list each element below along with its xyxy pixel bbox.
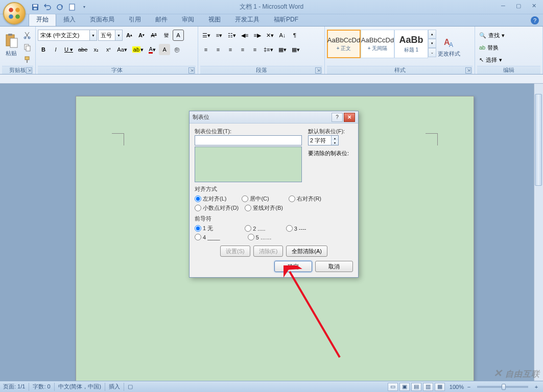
save-icon[interactable] (30, 2, 41, 13)
paragraph-launcher-icon[interactable]: ⇲ (315, 67, 321, 74)
tab-view[interactable]: 视图 (201, 14, 228, 26)
leader-4-radio[interactable]: 4 ____ (195, 234, 220, 240)
change-styles-button[interactable]: AA 更改样式 (436, 30, 462, 64)
tab-developer[interactable]: 开发工具 (228, 14, 267, 26)
sort-icon[interactable]: A↓ (277, 30, 288, 41)
leader-2-radio[interactable]: 2 ..... (245, 225, 265, 232)
clear-all-button[interactable]: 全部清除(A) (286, 246, 327, 257)
minimize-button[interactable]: ─ (496, 1, 510, 10)
paste-button[interactable]: 粘贴 (2, 28, 20, 62)
format-painter-icon[interactable] (21, 54, 33, 65)
character-border-icon[interactable]: A (173, 30, 184, 41)
tab-review[interactable]: 审阅 (175, 14, 201, 26)
change-case-icon[interactable]: Aa▾ (115, 44, 129, 55)
superscript-icon[interactable]: x² (103, 44, 114, 55)
spinner-down-icon[interactable]: ▾ (331, 140, 338, 145)
outline-view-icon[interactable]: ▥ (423, 383, 433, 391)
highlight-icon[interactable]: ab▾ (130, 44, 146, 55)
underline-icon[interactable]: U ▾ (62, 44, 75, 55)
qat-customize-icon[interactable]: ▼ (79, 2, 90, 13)
align-left-radio[interactable]: 左对齐(L) (195, 195, 226, 203)
borders-icon[interactable]: ▦▾ (290, 44, 302, 55)
character-shading-icon[interactable]: A (159, 44, 170, 55)
justify-icon[interactable]: ≡ (237, 44, 248, 55)
status-insert-mode[interactable]: 插入 (109, 383, 120, 390)
copy-icon[interactable] (21, 42, 33, 53)
asian-layout-icon[interactable]: ✕▾ (264, 30, 276, 41)
style-heading-1[interactable]: AaBb 标题 1 (394, 30, 428, 58)
align-left-icon[interactable]: ≡ (200, 44, 211, 55)
align-center-radio[interactable]: 居中(C) (242, 195, 269, 203)
select-button[interactable]: ↖选择 ▾ (477, 54, 504, 65)
tab-foxit-pdf[interactable]: 福昕PDF (267, 14, 305, 26)
font-launcher-icon[interactable]: ⇲ (188, 67, 195, 74)
tab-position-list[interactable] (195, 146, 302, 182)
tab-mailings[interactable]: 邮件 (148, 14, 175, 26)
font-color-icon[interactable]: A▾ (147, 44, 158, 55)
clear-formatting-icon[interactable]: Aª (148, 30, 159, 41)
cut-icon[interactable] (21, 30, 33, 41)
set-button[interactable]: 设置(S) (220, 246, 250, 257)
status-language[interactable]: 中文(简体，中国) (58, 383, 101, 390)
print-preview-icon[interactable] (66, 2, 78, 13)
status-words[interactable]: 字数: 0 (33, 383, 50, 390)
shrink-font-icon[interactable]: A▾ (136, 30, 147, 41)
cancel-button[interactable]: 取消 (315, 261, 353, 272)
leader-5-radio[interactable]: 5 …… (248, 234, 272, 240)
leader-1-radio[interactable]: 1 无 (195, 225, 213, 232)
draft-view-icon[interactable]: ▦ (435, 383, 445, 391)
tab-position-input[interactable] (195, 135, 302, 145)
subscript-icon[interactable]: x₂ (90, 44, 102, 55)
dialog-titlebar[interactable]: 制表位 ? ✕ (190, 111, 358, 124)
vertical-scrollbar[interactable] (534, 84, 543, 381)
status-page[interactable]: 页面: 1/1 (3, 383, 25, 390)
style-no-spacing[interactable]: AaBbCcDd + 无间隔 (361, 30, 394, 58)
line-spacing-icon[interactable]: ‡≡▾ (262, 44, 275, 55)
tab-insert[interactable]: 插入 (56, 14, 83, 26)
web-layout-view-icon[interactable]: ▤ (411, 383, 421, 391)
align-decimal-radio[interactable]: 小数点对齐(D) (195, 204, 239, 212)
bullets-icon[interactable]: ☰▾ (200, 30, 213, 41)
show-hide-icon[interactable]: ¶ (289, 30, 300, 41)
zoom-slider[interactable] (477, 386, 528, 388)
undo-icon[interactable] (42, 2, 53, 13)
enclose-characters-icon[interactable]: ㊞ (171, 44, 182, 55)
numbering-icon[interactable]: ≡▾ (214, 30, 225, 41)
default-tab-spinner[interactable]: 2 字符 ▴▾ (308, 135, 339, 145)
align-right-radio[interactable]: 右对齐(R) (289, 195, 321, 203)
full-screen-view-icon[interactable]: ▣ (399, 383, 410, 391)
spinner-up-icon[interactable]: ▴ (331, 136, 338, 140)
grow-font-icon[interactable]: A▴ (124, 30, 135, 41)
shading-icon[interactable]: ▦▾ (276, 44, 289, 55)
font-family-combo[interactable]: 宋体 (中文正文)▼ (38, 30, 97, 41)
multilevel-list-icon[interactable]: ☷▾ (226, 30, 238, 41)
ok-button[interactable]: 确定 (274, 261, 312, 272)
bold-icon[interactable]: B (38, 44, 49, 55)
tab-home[interactable]: 开始 (29, 13, 56, 26)
clipboard-launcher-icon[interactable]: ⇲ (26, 67, 32, 74)
replace-button[interactable]: ab替换 (477, 42, 501, 53)
align-center-icon[interactable]: ≡ (213, 44, 224, 55)
tab-references[interactable]: 引用 (122, 14, 148, 26)
strikethrough-icon[interactable]: abe (76, 44, 89, 55)
distributed-icon[interactable]: ≡ (249, 44, 261, 55)
zoom-level[interactable]: 100% (450, 384, 464, 390)
clear-button[interactable]: 清除(E) (253, 246, 284, 257)
increase-indent-icon[interactable]: ≡▶ (251, 30, 263, 41)
font-size-combo[interactable]: 五号▼ (98, 30, 123, 41)
print-layout-view-icon[interactable]: ▭ (388, 383, 398, 391)
horizontal-ruler[interactable] (0, 75, 543, 84)
italic-icon[interactable]: I (50, 44, 61, 55)
help-icon[interactable]: ? (531, 16, 539, 24)
find-button[interactable]: 🔍查找 ▾ (477, 30, 507, 41)
leader-3-radio[interactable]: 3 ---- (286, 225, 306, 232)
align-right-icon[interactable]: ≡ (225, 44, 236, 55)
phonetic-guide-icon[interactable]: 變 (160, 30, 172, 41)
style-normal[interactable]: AaBbCcDd + 正文 (327, 30, 361, 58)
zoom-slider-thumb[interactable] (502, 384, 506, 390)
close-button[interactable]: ✕ (527, 1, 541, 10)
styles-launcher-icon[interactable]: ⇲ (465, 67, 471, 74)
dialog-help-icon[interactable]: ? (332, 113, 343, 122)
scrollbar-thumb[interactable] (535, 94, 542, 186)
style-up-icon[interactable]: ▴ (428, 30, 436, 39)
